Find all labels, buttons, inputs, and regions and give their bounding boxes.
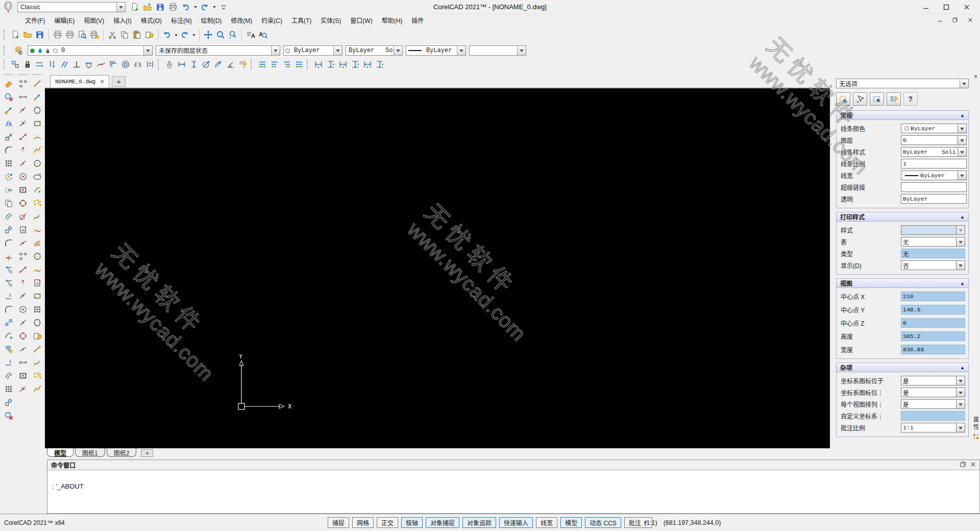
new-file-button[interactable] — [9, 29, 21, 41]
draw-wipeout-button[interactable] — [31, 369, 44, 382]
property-field-[interactable] — [901, 182, 967, 192]
panel-close-button[interactable]: × — [974, 73, 978, 80]
active-layer-combo[interactable]: 0 — [28, 45, 153, 56]
open-file-button[interactable] — [21, 29, 34, 41]
toolbar-grip[interactable] — [4, 59, 7, 69]
minimize-button[interactable] — [920, 2, 932, 12]
extend-button[interactable] — [2, 289, 15, 303]
redo-button[interactable] — [199, 1, 211, 13]
insert-block-button[interactable] — [143, 29, 155, 41]
chevron-down-icon[interactable] — [517, 46, 526, 55]
print-settings-button[interactable] — [88, 29, 101, 41]
horizontal-constraint-button[interactable] — [34, 58, 46, 70]
property-field-[interactable]: 是 — [901, 388, 965, 397]
toolbar-grip[interactable] — [4, 74, 13, 76]
draw-rectangle-button[interactable] — [31, 117, 44, 130]
draw-curve-button[interactable] — [31, 223, 44, 236]
draw-solid-button[interactable] — [31, 382, 44, 396]
draw-circle-button[interactable] — [31, 157, 44, 170]
open-file-button[interactable] — [141, 1, 154, 13]
snap-text-button[interactable]: A — [16, 223, 30, 236]
pattern-edit-button[interactable] — [293, 58, 305, 70]
menu-d[interactable]: 绘制(D) — [197, 16, 227, 26]
fillet-button[interactable] — [2, 236, 15, 250]
status-toggle-对象追踪[interactable]: 对象追踪 — [462, 517, 496, 528]
snap-intersection-button[interactable] — [16, 104, 30, 117]
command-window-titlebar[interactable]: 命令窗口 — [47, 460, 979, 470]
corelcad-logo-icon[interactable] — [2, 1, 14, 13]
help-button[interactable]: ? — [903, 92, 918, 106]
status-toggle-对象捕捉[interactable]: 对象捕捉 — [426, 517, 459, 528]
snap-mid2-button[interactable] — [16, 343, 30, 356]
snap-from-button[interactable] — [16, 289, 30, 303]
copy-button[interactable] — [118, 29, 131, 41]
draw-sketch-button[interactable] — [31, 236, 44, 250]
section-header-general[interactable]: 常规▲ — [837, 111, 968, 120]
fix-point-constraint-button[interactable] — [163, 58, 176, 70]
select-window-button[interactable] — [870, 92, 884, 106]
chevron-down-icon[interactable] — [116, 3, 125, 12]
match-properties-button[interactable] — [2, 343, 15, 356]
concentric-constraint-button[interactable] — [119, 58, 132, 70]
angular-constraint-button[interactable] — [225, 58, 237, 70]
radius-constraint-button[interactable] — [212, 58, 225, 70]
select-entities-button[interactable] — [853, 92, 867, 106]
property-field-[interactable] — [901, 411, 965, 421]
ungroup-button[interactable] — [2, 409, 15, 422]
toolbar-grip[interactable] — [4, 30, 7, 40]
property-field-[interactable]: ByLayer — [901, 124, 967, 133]
cmd-float-button[interactable] — [960, 462, 966, 469]
undo-button[interactable] — [180, 1, 192, 13]
delete-button[interactable] — [2, 77, 15, 90]
pan-button[interactable] — [202, 29, 214, 41]
workspace-selector[interactable]: Classic — [17, 2, 126, 12]
new-file-button[interactable] — [129, 1, 141, 13]
explode-button[interactable] — [2, 223, 15, 236]
chevron-down-icon[interactable] — [957, 388, 965, 397]
pattern-right-button[interactable] — [281, 58, 293, 70]
toolbar-grip[interactable] — [158, 59, 161, 69]
drawing-canvas[interactable]: Y X — [45, 88, 830, 448]
property-field-D[interactable]: 否 — [901, 260, 965, 270]
draw-table-button[interactable] — [31, 289, 44, 303]
property-field-[interactable]: 是 — [901, 376, 965, 385]
save-button[interactable] — [154, 1, 166, 13]
snap-extension-button[interactable] — [16, 263, 30, 276]
toolbar-overflow-button[interactable] — [217, 1, 230, 13]
fix-constraint-button[interactable] — [21, 58, 34, 70]
status-toggle-线宽[interactable]: 线宽 — [536, 517, 557, 528]
split-button[interactable] — [2, 250, 15, 263]
space-equal-vertical-button[interactable] — [325, 58, 337, 70]
draw-ray-button[interactable] — [31, 90, 44, 104]
diameter-constraint-button[interactable] — [200, 58, 212, 70]
status-toggle-动态CCS[interactable]: 动态 CCS — [585, 517, 621, 528]
toolbar-grip[interactable] — [33, 74, 42, 76]
new-document-tab-button[interactable]: + — [112, 76, 126, 87]
coincident-constraint-button[interactable] — [9, 58, 21, 70]
text-style-button[interactable]: A — [244, 29, 257, 41]
sheet-tab-图纸2[interactable]: 图纸2 — [107, 448, 137, 457]
maximize-button[interactable] — [940, 2, 952, 12]
menu-i[interactable]: 插入(I) — [109, 16, 136, 26]
section-header-view[interactable]: 视图▲ — [837, 279, 968, 288]
snap-center-button[interactable] — [16, 170, 30, 183]
redo-button[interactable] — [179, 29, 191, 41]
collapse-icon[interactable]: ▲ — [960, 113, 965, 118]
sheet-tab-图纸1[interactable]: 图纸1 — [75, 448, 105, 457]
snap-quad2-button[interactable] — [16, 329, 30, 343]
linear-dimension-constraint-button[interactable] — [176, 58, 188, 70]
draw-block-button[interactable] — [31, 329, 44, 343]
doc-restore-button[interactable] — [950, 16, 960, 24]
rotate-button[interactable] — [2, 170, 15, 183]
property-field-[interactable]: 1 — [901, 159, 967, 168]
toolbar-grip[interactable] — [4, 45, 7, 56]
pattern-linear-button[interactable] — [256, 58, 268, 70]
quick-select-button[interactable] — [887, 92, 901, 106]
snap-endpoint-button[interactable] — [16, 77, 30, 90]
property-field-Y[interactable]: 148.5 — [901, 305, 965, 315]
menu-e[interactable]: 编辑(E) — [50, 16, 79, 26]
property-field-[interactable]: 385.2 — [901, 331, 965, 341]
print-button[interactable] — [52, 29, 64, 41]
snap-segment-button[interactable] — [16, 90, 30, 104]
status-toggle-正交[interactable]: 正交 — [377, 517, 398, 528]
